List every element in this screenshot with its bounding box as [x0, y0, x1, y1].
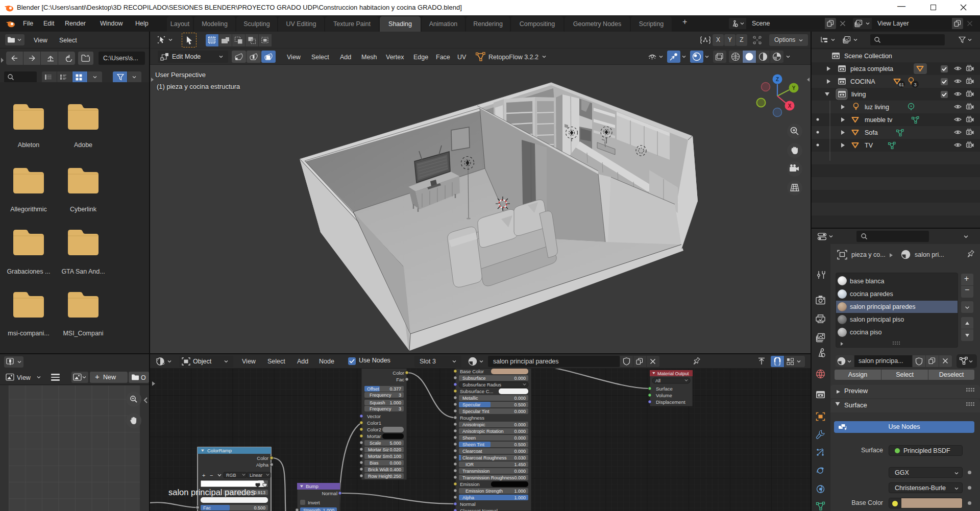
- svg-text:0.000: 0.000: [389, 460, 401, 466]
- svg-text:Normal: Normal: [322, 491, 337, 496]
- svg-text:0.000: 0.000: [514, 435, 526, 441]
- svg-text:Row Heigh: Row Heigh: [368, 474, 390, 479]
- svg-text:0.000: 0.000: [514, 449, 526, 454]
- svg-text:−: −: [210, 472, 213, 478]
- svg-text:Base Color: Base Color: [460, 369, 484, 374]
- svg-text:Color2: Color2: [367, 427, 381, 432]
- svg-text:0.500: 0.500: [254, 505, 265, 510]
- svg-text:Fac: Fac: [203, 505, 211, 510]
- svg-text:0.030: 0.030: [514, 455, 526, 460]
- svg-text:ColorRamp: ColorRamp: [207, 448, 232, 453]
- svg-text:Invert: Invert: [308, 500, 320, 505]
- svg-text:0.100: 0.100: [389, 454, 401, 459]
- svg-text:IOR: IOR: [465, 462, 474, 467]
- svg-text:1.450: 1.450: [514, 462, 526, 467]
- svg-text:5.000: 5.000: [389, 441, 401, 446]
- svg-text:Vector: Vector: [367, 413, 381, 419]
- svg-text:Strength: Strength: [303, 508, 321, 511]
- svg-text:Z: Z: [776, 77, 779, 82]
- svg-text:Metallic: Metallic: [462, 396, 478, 401]
- svg-text:Clearcoat: Clearcoat: [462, 449, 482, 454]
- svg-text:Bump: Bump: [306, 483, 318, 489]
- svg-text:0.250: 0.250: [389, 474, 401, 479]
- svg-text:Brick Widt: Brick Widt: [368, 467, 389, 472]
- svg-text:Bias: Bias: [370, 460, 379, 466]
- svg-text:Alpha: Alpha: [462, 495, 474, 500]
- svg-text:Volume: Volume: [656, 393, 672, 398]
- svg-text:0.020: 0.020: [389, 447, 401, 452]
- svg-text:Surface: Surface: [656, 386, 673, 392]
- svg-text:Offset: Offset: [367, 386, 379, 392]
- svg-text:Color1: Color1: [367, 420, 381, 426]
- svg-text:Y: Y: [792, 85, 796, 91]
- svg-text:0.377: 0.377: [389, 386, 401, 392]
- svg-text:Subsurface C...: Subsurface C...: [460, 388, 493, 394]
- svg-text:1.000: 1.000: [514, 489, 526, 494]
- svg-text:Frequency: Frequency: [370, 393, 391, 398]
- svg-text:RGB: RGB: [226, 473, 236, 478]
- svg-text:Scale: Scale: [370, 441, 381, 446]
- svg-text:Subsurface: Subsurface: [462, 376, 486, 381]
- svg-text:Emission Strength: Emission Strength: [465, 489, 503, 494]
- svg-text:Frequency: Frequency: [370, 406, 391, 411]
- svg-text:1.000: 1.000: [389, 400, 401, 405]
- svg-text:Normal: Normal: [460, 501, 476, 507]
- svg-text:61: 61: [899, 82, 904, 87]
- svg-text:Specular: Specular: [462, 402, 481, 407]
- svg-text:0.000: 0.000: [514, 409, 526, 414]
- svg-text:Clearcoat Normal: Clearcoat Normal: [460, 508, 498, 511]
- svg-text:0.000: 0.000: [514, 429, 526, 434]
- svg-text:0.000: 0.000: [514, 396, 526, 401]
- svg-text:0.000: 0.000: [514, 475, 526, 480]
- svg-text:Anisotropic: Anisotropic: [462, 422, 485, 427]
- svg-text:Mortar Siz: Mortar Siz: [368, 447, 389, 452]
- svg-text:3: 3: [399, 393, 401, 398]
- svg-text:3: 3: [399, 406, 401, 411]
- svg-text:0.000: 0.000: [514, 422, 526, 427]
- svg-text:0.000: 0.000: [514, 376, 526, 381]
- svg-text:0.500: 0.500: [514, 402, 526, 407]
- svg-text:Sheen: Sheen: [462, 435, 476, 441]
- svg-text:0.400: 0.400: [389, 467, 401, 472]
- svg-text:Color: Color: [257, 455, 268, 461]
- svg-text:salon principal paredes: salon principal paredes: [168, 488, 255, 497]
- svg-text:0.913: 0.913: [254, 490, 265, 495]
- svg-text:0.500: 0.500: [514, 442, 526, 447]
- svg-text:Specular Tint: Specular Tint: [462, 409, 489, 414]
- svg-text:1.000: 1.000: [514, 495, 526, 500]
- svg-text:Subsurface Radius: Subsurface Radius: [462, 382, 502, 387]
- svg-text:Sheen Tint: Sheen Tint: [462, 442, 485, 447]
- svg-text:Alpha: Alpha: [256, 462, 269, 468]
- svg-text:Anisotropic Rotation: Anisotropic Rotation: [462, 429, 504, 434]
- svg-text:X: X: [788, 103, 792, 109]
- svg-text:Squash: Squash: [370, 400, 385, 405]
- svg-text:Mortar Sm: Mortar Sm: [368, 454, 389, 459]
- svg-text:Displacement: Displacement: [656, 399, 685, 405]
- svg-text:All: All: [655, 378, 660, 383]
- svg-text:Color: Color: [393, 370, 404, 376]
- svg-text:1.000: 1.000: [323, 508, 334, 511]
- svg-text:Roughness: Roughness: [460, 415, 484, 421]
- svg-text:Transmission Roughness: Transmission Roughness: [462, 475, 514, 480]
- svg-text:Clearcoat Roughness: Clearcoat Roughness: [462, 455, 507, 460]
- svg-text:3: 3: [914, 82, 916, 87]
- svg-text:Emission: Emission: [460, 481, 480, 487]
- svg-text:Fac: Fac: [396, 377, 404, 382]
- svg-text:Mortar: Mortar: [367, 433, 381, 439]
- svg-text:Material Output: Material Output: [657, 371, 689, 376]
- svg-text:Transmission: Transmission: [462, 469, 489, 474]
- svg-text:+: +: [202, 472, 205, 478]
- svg-text:Linear: Linear: [250, 473, 262, 478]
- svg-text:0.000: 0.000: [514, 469, 526, 474]
